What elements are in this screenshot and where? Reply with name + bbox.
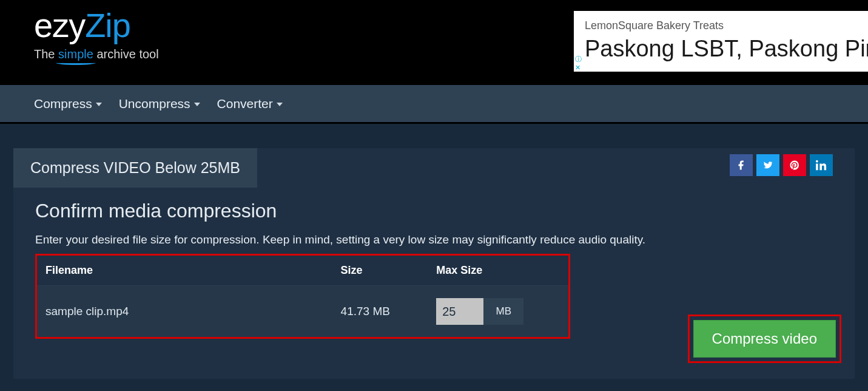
pinterest-icon xyxy=(789,160,800,171)
social-share-bar xyxy=(730,148,833,176)
nav-converter[interactable]: Converter xyxy=(217,97,283,111)
chevron-down-icon xyxy=(194,103,200,106)
chevron-down-icon xyxy=(96,103,102,106)
facebook-icon xyxy=(736,160,747,171)
main-area: Compress VIDEO Below 25MB Confirm media … xyxy=(0,124,868,391)
logo-tagline: The simple archive tool xyxy=(34,47,159,61)
max-size-input[interactable] xyxy=(436,298,483,325)
page-subtext: Enter your desired file size for compres… xyxy=(35,233,833,246)
th-maxsize: Max Size xyxy=(430,256,568,286)
nav-uncompress[interactable]: Uncompress xyxy=(119,97,200,111)
twitter-share-button[interactable] xyxy=(756,154,779,176)
cell-size: 41.73 MB xyxy=(335,286,431,338)
logo-part1: ezy xyxy=(34,6,85,44)
chevron-down-icon xyxy=(277,103,283,106)
linkedin-share-button[interactable] xyxy=(810,154,833,176)
facebook-share-button[interactable] xyxy=(730,154,753,176)
max-size-unit: MB xyxy=(483,298,523,325)
file-table-highlight: Filename Size Max Size sample clip.mp4 4… xyxy=(35,254,570,339)
ad-banner[interactable]: LemonSquare Bakery Treats Paskong LSBT, … xyxy=(574,11,868,72)
table-row: sample clip.mp4 41.73 MB MB xyxy=(37,286,568,338)
file-table: Filename Size Max Size sample clip.mp4 4… xyxy=(37,256,568,337)
twitter-icon xyxy=(762,160,773,171)
linkedin-icon xyxy=(816,160,827,171)
logo-part2: Zip xyxy=(85,6,130,44)
cell-filename: sample clip.mp4 xyxy=(37,286,335,338)
content-card: Compress VIDEO Below 25MB Confirm media … xyxy=(13,148,855,379)
nav-compress[interactable]: Compress xyxy=(34,97,102,111)
cta-highlight: Compress video xyxy=(688,314,841,363)
navbar: Compress Uncompress Converter xyxy=(0,84,868,124)
header-bar: ezyZip The simple archive tool LemonSqua… xyxy=(0,0,868,84)
logo-text: ezyZip xyxy=(34,8,159,42)
table-header-row: Filename Size Max Size xyxy=(37,256,568,286)
th-filename: Filename xyxy=(37,256,335,286)
th-size: Size xyxy=(335,256,431,286)
ad-headline: Paskong LSBT, Paskong Pin xyxy=(585,36,857,62)
page-heading: Confirm media compression xyxy=(35,200,833,222)
ad-kicker: LemonSquare Bakery Treats xyxy=(585,19,857,32)
compress-video-button[interactable]: Compress video xyxy=(693,320,836,358)
logo[interactable]: ezyZip The simple archive tool xyxy=(34,8,159,61)
active-tab[interactable]: Compress VIDEO Below 25MB xyxy=(13,148,257,188)
pinterest-share-button[interactable] xyxy=(783,154,806,176)
cell-maxsize: MB xyxy=(430,286,568,338)
adchoices-icon[interactable]: ⓘ✕ xyxy=(574,55,584,72)
